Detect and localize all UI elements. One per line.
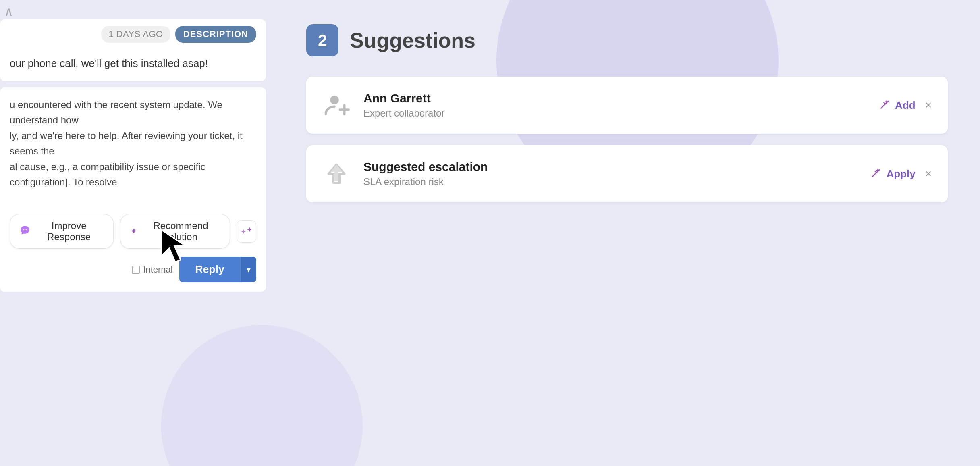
message-content-1: our phone call, we'll get this installed… [0, 49, 266, 81]
add-collaborator-button[interactable]: Add [880, 98, 916, 112]
internal-checkbox[interactable]: Internal [132, 264, 172, 275]
sparkles-icon: ✦ [130, 226, 137, 237]
timestamp-badge: 1 DAYS AGO [101, 26, 170, 43]
ai-actions-row: Improve Response ✦ Recommend solution [10, 214, 256, 249]
collapse-button[interactable]: ∧ [0, 0, 274, 19]
suggestion-subtitle-ann: Expert collaborator [363, 108, 867, 119]
reply-button-group: Reply ▾ [179, 257, 256, 282]
suggestion-actions-escalation: Apply × [871, 167, 932, 181]
escalation-icon [322, 160, 351, 188]
improve-response-label: Improve Response [34, 220, 104, 243]
internal-label: Internal [143, 264, 172, 275]
description-badge: DESCRIPTION [175, 26, 256, 43]
right-panel: 2 Suggestions Ann Garrett Expert collabo… [274, 0, 980, 466]
apply-escalation-button[interactable]: Apply [871, 167, 915, 181]
reply-button[interactable]: Reply [179, 257, 241, 282]
suggestion-card-escalation: Suggested escalation SLA expiration risk… [306, 145, 948, 202]
dismiss-escalation-button[interactable]: × [925, 168, 932, 179]
suggestion-subtitle-escalation: SLA expiration risk [363, 176, 858, 187]
suggestion-info-escalation: Suggested escalation SLA expiration risk [363, 160, 858, 187]
svg-point-1 [25, 229, 26, 231]
left-panel: ∧ 1 DAYS AGO DESCRIPTION our phone call,… [0, 0, 274, 466]
checkbox[interactable] [132, 266, 140, 274]
svg-point-2 [26, 229, 27, 231]
apply-label: Apply [886, 168, 915, 180]
suggestion-actions-ann: Add × [880, 98, 932, 112]
suggestions-header: 2 Suggestions [306, 24, 948, 56]
recommend-solution-button[interactable]: ✦ Recommend solution [120, 214, 230, 249]
improve-response-button[interactable]: Improve Response [10, 214, 114, 249]
svg-point-4 [330, 96, 339, 104]
reply-dropdown-button[interactable]: ▾ [241, 257, 256, 282]
reply-footer: Internal Reply ▾ [10, 257, 256, 282]
recommend-solution-label: Recommend solution [141, 220, 220, 243]
suggestion-info-ann: Ann Garrett Expert collaborator [363, 92, 867, 119]
dismiss-ann-button[interactable]: × [925, 100, 932, 111]
user-plus-icon [322, 91, 351, 119]
add-label: Add [895, 99, 916, 112]
suggestions-title: Suggestions [350, 28, 475, 52]
suggestion-name-ann: Ann Garrett [363, 92, 867, 105]
ai-magic-button[interactable] [237, 220, 256, 243]
wand-icon-apply [871, 167, 882, 181]
suggestion-name-escalation: Suggested escalation [363, 160, 858, 174]
chat-bubble-icon [20, 225, 30, 238]
svg-point-0 [23, 229, 24, 231]
message-card-1: 1 DAYS AGO DESCRIPTION our phone call, w… [0, 19, 266, 81]
reply-body-text: u encountered with the recent system upd… [10, 97, 256, 190]
suggestions-count-badge: 2 [306, 24, 338, 56]
suggestion-card-ann-garrett: Ann Garrett Expert collaborator Add × [306, 77, 948, 134]
reply-card: u encountered with the recent system upd… [0, 87, 266, 292]
wand-icon-add [880, 98, 891, 112]
message-card-1-header: 1 DAYS AGO DESCRIPTION [0, 19, 266, 49]
